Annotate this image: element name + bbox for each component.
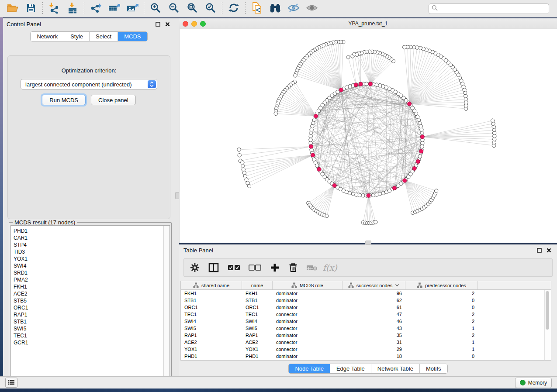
- search-network-button[interactable]: [269, 2, 282, 15]
- close-table-panel-button[interactable]: [545, 247, 553, 254]
- network-hub-node[interactable]: [403, 179, 407, 182]
- table-cell[interactable]: 35: [343, 332, 405, 339]
- tab-network-table[interactable]: Network Table: [371, 364, 420, 373]
- zoom-in-button[interactable]: [149, 2, 162, 15]
- network-node[interactable]: [375, 193, 378, 196]
- mcds-result-list[interactable]: PHD1CAR1STP4TID3YOX1SWI4SRD1PMA2FKH1ACE2…: [10, 225, 170, 384]
- table-cell[interactable]: SWI5: [181, 325, 242, 332]
- table-scrollbar-thumb[interactable]: [546, 291, 549, 330]
- network-node[interactable]: [375, 83, 378, 86]
- column-header-predecessor-nodes[interactable]: predecessor nodes: [405, 281, 478, 289]
- table-cell[interactable]: 2: [405, 290, 478, 297]
- table-row[interactable]: ACE2ACE2connector311: [181, 339, 551, 346]
- table-cell[interactable]: 61: [343, 304, 405, 311]
- network-node[interactable]: [355, 193, 358, 196]
- mcds-result-item[interactable]: PMA2: [14, 276, 163, 283]
- network-hub-node[interactable]: [420, 135, 424, 139]
- network-leaf-node[interactable]: [242, 168, 245, 171]
- table-cell[interactable]: PHD1: [242, 353, 273, 360]
- network-hub-node[interactable]: [311, 153, 315, 157]
- network-leaf-node[interactable]: [403, 45, 406, 49]
- network-leaf-node[interactable]: [241, 161, 244, 164]
- network-node[interactable]: [420, 128, 423, 131]
- table-cell[interactable]: TEC1: [181, 311, 242, 318]
- network-hub-node[interactable]: [317, 167, 321, 171]
- network-hub-node[interactable]: [314, 114, 318, 118]
- delete-column-button[interactable]: [289, 263, 298, 272]
- table-cell[interactable]: 29: [343, 346, 405, 353]
- network-leaf-node[interactable]: [346, 55, 350, 59]
- tab-style[interactable]: Style: [64, 32, 90, 41]
- search-input[interactable]: [439, 5, 546, 12]
- close-panel-button-mcds[interactable]: Close panel: [91, 95, 136, 105]
- column-visibility-button[interactable]: [208, 263, 219, 272]
- column-header-MCDS-role[interactable]: MCDS role: [273, 281, 343, 289]
- zoom-out-button[interactable]: [167, 2, 180, 15]
- table-cell[interactable]: ORC1: [181, 304, 242, 311]
- table-cell[interactable]: 18: [343, 353, 405, 360]
- network-node[interactable]: [351, 192, 355, 196]
- network-hub-node[interactable]: [339, 88, 343, 92]
- float-table-panel-button[interactable]: [535, 247, 543, 254]
- network-window-titlebar[interactable]: YPA_prune.txt_1: [179, 18, 557, 29]
- table-row[interactable]: STB1STB1dominator620: [181, 297, 551, 304]
- table-cell[interactable]: 31: [343, 339, 405, 346]
- table-cell[interactable]: 62: [343, 297, 405, 304]
- export-network-button[interactable]: [89, 2, 102, 15]
- mcds-result-item[interactable]: CAR1: [14, 234, 163, 241]
- network-node[interactable]: [420, 144, 424, 148]
- table-cell[interactable]: FKH1: [181, 290, 242, 297]
- table-cell[interactable]: RAP1: [242, 332, 273, 339]
- mcds-result-item[interactable]: ORC1: [14, 304, 163, 311]
- network-leaf-node[interactable]: [355, 53, 359, 56]
- table-cell[interactable]: dominator: [273, 353, 343, 360]
- export-table-button[interactable]: [107, 2, 121, 15]
- memory-button[interactable]: Memory: [515, 378, 552, 388]
- table-row[interactable]: PHD1PHD1dominator180: [181, 353, 551, 360]
- mcds-result-item[interactable]: STP4: [14, 241, 163, 248]
- criterion-select[interactable]: largest connected component (undirected): [21, 79, 157, 89]
- float-panel-button[interactable]: [154, 21, 162, 28]
- table-cell[interactable]: 1: [405, 339, 478, 346]
- table-row[interactable]: YOX1YOX1connector291: [181, 346, 551, 353]
- select-all-rows-button[interactable]: [228, 264, 241, 271]
- network-hub-node[interactable]: [368, 82, 372, 86]
- network-node[interactable]: [309, 138, 312, 141]
- network-node[interactable]: [420, 131, 424, 134]
- network-node[interactable]: [311, 124, 314, 128]
- mcds-result-item[interactable]: YOX1: [14, 255, 163, 262]
- network-hub-node[interactable]: [359, 82, 363, 86]
- network-leaf-node[interactable]: [374, 220, 377, 224]
- table-cell[interactable]: ORC1: [242, 304, 273, 311]
- network-node[interactable]: [310, 128, 313, 131]
- network-leaf-node[interactable]: [274, 112, 277, 115]
- table-cell[interactable]: 2: [405, 311, 478, 318]
- network-leaf-node[interactable]: [325, 214, 329, 218]
- table-cell[interactable]: SWI5: [242, 325, 273, 332]
- table-cell[interactable]: PHD1: [181, 353, 242, 360]
- table-cell[interactable]: 43: [343, 325, 405, 332]
- table-cell[interactable]: connector: [273, 325, 343, 332]
- table-cell[interactable]: ACE2: [181, 339, 242, 346]
- tab-mcds[interactable]: MCDS: [118, 32, 147, 41]
- network-leaf-node[interactable]: [237, 148, 241, 151]
- table-cell[interactable]: FKH1: [242, 290, 273, 297]
- mcds-result-item[interactable]: TEC1: [14, 332, 163, 339]
- table-cell[interactable]: SWI4: [181, 318, 242, 325]
- mcds-result-item[interactable]: TID3: [14, 248, 163, 255]
- mcds-result-item[interactable]: SWI4: [14, 262, 163, 269]
- table-cell[interactable]: YOX1: [242, 346, 273, 353]
- table-row[interactable]: SWI4SWI4dominator462: [181, 318, 551, 325]
- table-cell[interactable]: 1: [405, 346, 478, 353]
- table-cell[interactable]: RAP1: [181, 332, 242, 339]
- table-cell[interactable]: dominator: [273, 318, 343, 325]
- table-row[interactable]: RAP1RAP1dominator352: [181, 332, 551, 339]
- network-node[interactable]: [309, 131, 313, 134]
- network-node[interactable]: [309, 134, 312, 138]
- table-cell[interactable]: 2: [405, 332, 478, 339]
- save-session-button[interactable]: [24, 2, 38, 15]
- import-network-button[interactable]: [48, 2, 61, 15]
- table-options-button[interactable]: [190, 263, 200, 272]
- network-hub-node[interactable]: [354, 83, 358, 87]
- zoom-selected-button[interactable]: [204, 2, 217, 15]
